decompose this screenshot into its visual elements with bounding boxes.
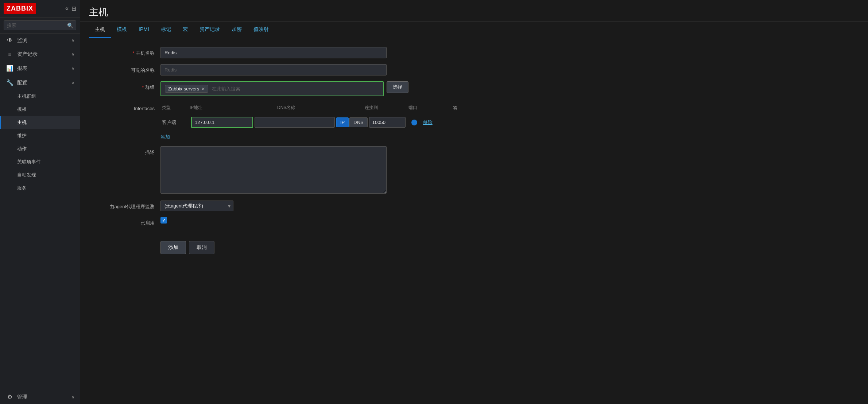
agent-label: 由agent代理程序监测 (95, 201, 160, 210)
form-actions-row: 添加 取消 (95, 232, 853, 254)
sidebar-item-correlation[interactable]: 关联项事件 (0, 155, 80, 168)
form-actions: 添加 取消 (160, 241, 214, 254)
interface-dns-input[interactable] (255, 117, 335, 128)
chevron-down-icon: ∨ (71, 66, 75, 71)
enabled-checkbox[interactable] (160, 217, 167, 224)
connect-dns-button[interactable]: DNS (349, 117, 367, 127)
sidebar-item-actions[interactable]: 动作 (0, 142, 80, 155)
interface-port-input[interactable] (369, 117, 406, 128)
tab-encrypt[interactable]: 加密 (226, 22, 248, 38)
sidebar-item-label: 资产记录 (17, 51, 38, 58)
description-row: 描述 (95, 146, 853, 195)
tab-tags[interactable]: 标记 (155, 22, 177, 38)
interfaces-row: Interfaces 类型 IP地址 DNS名称 连接到 端口 默认 客户端 (95, 102, 853, 140)
logo: ZABBIX (4, 3, 36, 14)
nav-sub-label: 自动发现 (17, 172, 36, 178)
add-button[interactable]: 添加 (160, 241, 186, 254)
grid-icon[interactable]: ⊞ (71, 5, 76, 12)
group-tag-remove[interactable]: ✕ (201, 86, 205, 92)
sidebar-item-host-groups[interactable]: 主机群组 (0, 90, 80, 103)
sidebar-item-discovery[interactable]: 自动发现 (0, 168, 80, 182)
nav-sub-label: 主机群组 (17, 93, 36, 100)
collapse-icon[interactable]: « (65, 5, 69, 12)
connect-buttons: IP DNS (336, 117, 368, 127)
admin-icon: ⚙ (6, 393, 13, 400)
tab-host[interactable]: 主机 (89, 22, 111, 38)
interface-ip-input[interactable] (191, 117, 253, 128)
chevron-down-icon: ∨ (71, 395, 75, 400)
chevron-down-icon: ∨ (71, 38, 75, 43)
tabs-bar: 主机 模板 IPMI 标记 宏 资产记录 加密 值映射 (80, 22, 868, 38)
sidebar-item-label: 配置 (17, 79, 27, 86)
search-box: 🔍 (0, 18, 80, 34)
sidebar-item-templates[interactable]: 模板 (0, 103, 80, 116)
nav-sub-label: 维护 (17, 132, 27, 139)
group-tag: Zabbix servers ✕ (165, 85, 208, 93)
connect-ip-button[interactable]: IP (336, 117, 349, 127)
tab-asset-record[interactable]: 资产记录 (194, 22, 226, 38)
search-input[interactable] (4, 20, 76, 30)
sidebar-item-label: 监测 (17, 37, 27, 44)
sidebar-item-config[interactable]: 🔧 配置 ∧ (0, 75, 80, 90)
asset-icon: ≡ (6, 51, 13, 58)
hostname-row: 主机名称 (95, 47, 853, 58)
group-tag-label: Zabbix servers (168, 86, 199, 92)
report-icon: 📊 (6, 65, 13, 72)
group-label: 群组 (95, 81, 160, 91)
main-content: 主机 主机 模板 IPMI 标记 宏 资产记录 加密 值映射 主机名称 (80, 0, 868, 404)
interfaces-header: 类型 IP地址 DNS名称 连接到 端口 默认 (160, 102, 853, 114)
monitor-icon: 👁 (6, 37, 13, 44)
sidebar-item-hosts[interactable]: 主机 (0, 116, 80, 129)
col-default-header: 默认 (452, 102, 467, 113)
nav-sub-label: 主机 (17, 119, 27, 126)
tab-ipmi[interactable]: IPMI (133, 22, 155, 38)
interface-remove-link[interactable]: 移除 (423, 119, 433, 126)
group-row: 群组 Zabbix servers ✕ 选择 (95, 81, 853, 96)
col-type-header: 类型 (160, 105, 190, 111)
page-title: 主机 (89, 6, 859, 19)
hostname-input[interactable] (160, 47, 387, 58)
nav-sub-label: 服务 (17, 185, 27, 191)
tab-template[interactable]: 模板 (111, 22, 133, 38)
sidebar-item-report[interactable]: 📊 报表 ∨ (0, 61, 80, 75)
hostname-label: 主机名称 (95, 47, 160, 57)
tab-macros[interactable]: 宏 (177, 22, 194, 38)
col-ip-header: IP地址 (190, 105, 277, 111)
agent-select-wrapper: (无agent代理程序) 活跃型 被动型 (160, 201, 233, 211)
sidebar-item-maintenance[interactable]: 维护 (0, 129, 80, 142)
interfaces-table: 类型 IP地址 DNS名称 连接到 端口 默认 客户端 IP DNS (160, 102, 853, 140)
config-icon: 🔧 (6, 79, 13, 86)
description-label: 描述 (95, 146, 160, 156)
interfaces-label: Interfaces (95, 102, 160, 111)
cancel-button[interactable]: 取消 (189, 241, 214, 254)
form-area: 主机名称 可见的名称 群组 Zabbix servers ✕ (80, 38, 868, 404)
enabled-row: 已启用 (95, 217, 853, 226)
sidebar-item-admin[interactable]: ⚙ 管理 ∨ (0, 390, 80, 404)
group-select-button[interactable]: 选择 (387, 81, 408, 93)
agent-select[interactable]: (无agent代理程序) 活跃型 被动型 (160, 201, 233, 211)
visible-name-input[interactable] (160, 64, 387, 75)
chevron-down-icon: ∨ (71, 52, 75, 57)
visible-name-control (160, 64, 387, 75)
col-connect-header: 连接到 (365, 105, 408, 111)
add-interface-link[interactable]: 添加 (160, 134, 170, 140)
visible-name-row: 可见的名称 (95, 64, 853, 75)
search-icon: 🔍 (67, 23, 73, 28)
sidebar-item-label: 报表 (17, 65, 27, 72)
group-search-input[interactable] (210, 85, 275, 92)
description-textarea[interactable] (160, 146, 387, 194)
sidebar-item-services[interactable]: 服务 (0, 182, 80, 195)
sidebar-item-label: 管理 (17, 394, 27, 400)
interface-table-row: 客户端 IP DNS 移除 (160, 117, 853, 128)
description-control (160, 146, 387, 195)
group-field[interactable]: Zabbix servers ✕ (160, 81, 384, 96)
chevron-up-icon: ∧ (71, 80, 75, 85)
add-interface-area: 添加 (160, 132, 853, 140)
visible-name-label: 可见的名称 (95, 64, 160, 74)
sidebar-item-monitor[interactable]: 👁 监测 ∨ (0, 34, 80, 47)
tab-value-map[interactable]: 值映射 (248, 22, 275, 38)
col-dns-header: DNS名称 (277, 105, 365, 111)
interface-default-radio[interactable] (411, 120, 417, 125)
col-port-header: 端口 (408, 105, 452, 111)
sidebar-item-asset[interactable]: ≡ 资产记录 ∨ (0, 47, 80, 61)
